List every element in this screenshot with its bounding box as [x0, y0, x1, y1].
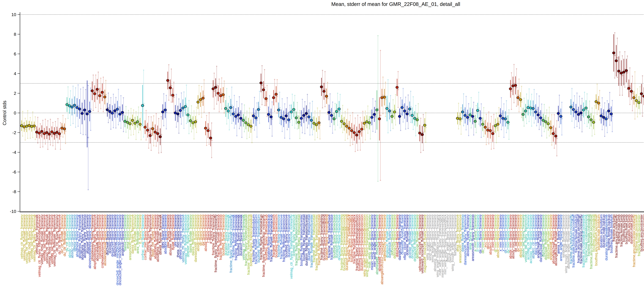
- control-point: [85, 89, 86, 135]
- control-point: [264, 69, 265, 106]
- data-point: [202, 79, 205, 113]
- control-errorbar-cap: [52, 145, 54, 146]
- control-point: [629, 67, 631, 105]
- control-errorbar-cap: [380, 180, 381, 181]
- control-mean-marker: [231, 104, 232, 106]
- control-errorbar-cap: [637, 116, 638, 118]
- mean-marker: [406, 113, 408, 115]
- control-point: [558, 95, 560, 128]
- mean-marker: [169, 87, 172, 89]
- mean-marker: [277, 109, 280, 111]
- mean-marker: [492, 132, 494, 135]
- data-point: [25, 110, 28, 139]
- control-point: [118, 89, 119, 125]
- control-mean-marker: [178, 115, 180, 117]
- control-errorbar-cap: [70, 90, 71, 91]
- control-errorbar-cap: [478, 92, 479, 93]
- y-tick-label: -4: [12, 150, 16, 155]
- control-mean-marker: [561, 118, 563, 120]
- control-errorbar-cap: [75, 87, 76, 88]
- control-errorbar-cap: [330, 126, 331, 127]
- mean-marker: [83, 109, 86, 111]
- mean-marker: [481, 123, 484, 125]
- control-errorbar-cap: [239, 128, 240, 129]
- control-point: [364, 111, 366, 141]
- data-point: [612, 32, 616, 79]
- control-mean-marker: [122, 114, 124, 116]
- mean-marker: [378, 118, 381, 120]
- control-mean-marker: [40, 135, 41, 136]
- mean-marker: [151, 128, 154, 130]
- data-point: [350, 112, 354, 145]
- control-errorbar-cap: [617, 37, 618, 39]
- data-point: [373, 101, 376, 133]
- mean-marker: [547, 123, 550, 125]
- control-errorbar-cap: [126, 132, 126, 133]
- control-errorbar-cap: [340, 94, 341, 95]
- data-point: [476, 92, 480, 125]
- mean-marker: [512, 85, 514, 87]
- control-errorbar-cap: [425, 142, 426, 143]
- y-tick-label: -10: [10, 209, 16, 214]
- mean-marker: [587, 116, 590, 118]
- mean-marker: [502, 117, 504, 120]
- mean-marker: [164, 109, 167, 111]
- control-errorbar-cap: [624, 87, 626, 88]
- data-point: [529, 94, 532, 127]
- mean-marker: [333, 118, 336, 120]
- control-point: [322, 70, 323, 108]
- mean-marker: [459, 118, 461, 120]
- mean-marker: [108, 110, 111, 113]
- control-point: [500, 97, 502, 130]
- control-mean-marker: [626, 72, 628, 74]
- control-errorbar-cap: [60, 149, 61, 150]
- mean-marker: [560, 115, 562, 118]
- data-point: [252, 97, 255, 131]
- control-point: [170, 68, 172, 103]
- control-errorbar-cap: [596, 114, 598, 115]
- mean-marker: [252, 115, 255, 117]
- control-mean-marker: [266, 100, 268, 102]
- control-errorbar-cap: [196, 107, 197, 108]
- control-errorbar-cap: [82, 87, 84, 88]
- control-errorbar-cap: [402, 88, 404, 89]
- control-point: [493, 114, 495, 149]
- mean-marker: [104, 96, 106, 98]
- data-point: [262, 69, 265, 106]
- mean-marker: [25, 125, 28, 128]
- control-point: [22, 111, 24, 137]
- data-point: [338, 94, 341, 129]
- control-errorbar-cap: [388, 79, 388, 80]
- mean-marker: [622, 71, 625, 73]
- control-mean-marker: [536, 109, 538, 111]
- control-errorbar-cap: [297, 128, 298, 129]
- control-errorbar-cap: [486, 144, 487, 145]
- data-point: [146, 116, 150, 149]
- control-point: [397, 71, 399, 108]
- control-errorbar-cap: [55, 149, 56, 150]
- control-point: [387, 79, 389, 133]
- data-point: [398, 97, 402, 131]
- control-errorbar-cap: [181, 92, 182, 94]
- mean-marker: [33, 125, 36, 127]
- control-point: [581, 98, 583, 132]
- control-errorbar-cap: [524, 98, 524, 99]
- control-errorbar-cap: [612, 131, 613, 132]
- data-point: [595, 84, 598, 115]
- control-point: [626, 55, 628, 90]
- control-errorbar-cap: [463, 125, 464, 126]
- control-mean-marker: [410, 106, 412, 108]
- control-point: [639, 86, 641, 115]
- control-mean-marker: [145, 124, 147, 126]
- control-errorbar-cap: [204, 79, 205, 80]
- control-mean-marker: [408, 111, 409, 113]
- data-point: [68, 90, 71, 126]
- control-errorbar-cap: [599, 120, 600, 121]
- control-errorbar-cap: [362, 111, 363, 112]
- mean-marker: [66, 103, 68, 106]
- control-errorbar-cap: [390, 95, 391, 96]
- control-point: [183, 91, 185, 129]
- data-point: [502, 103, 505, 138]
- control-errorbar-cap: [498, 136, 500, 137]
- control-point: [40, 123, 41, 148]
